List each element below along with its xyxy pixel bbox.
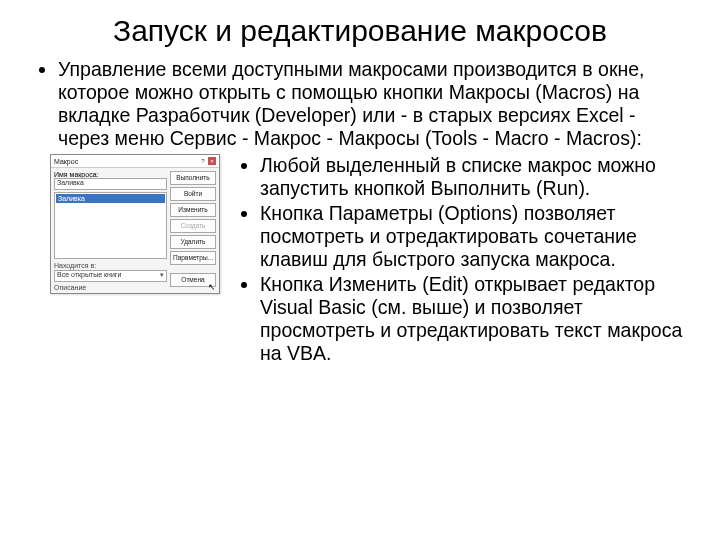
macro-name-input[interactable]: Заливка bbox=[54, 178, 167, 190]
run-button[interactable]: Выполнить bbox=[170, 171, 216, 185]
delete-button[interactable]: Удалить bbox=[170, 235, 216, 249]
details-list: Любой выделенный в списке макрос можно з… bbox=[234, 154, 690, 365]
close-icon[interactable]: × bbox=[208, 157, 216, 165]
list-item: Любой выделенный в списке макрос можно з… bbox=[260, 154, 690, 200]
description-label: Описание bbox=[54, 284, 167, 291]
location-select[interactable]: Все открытые книги bbox=[54, 270, 167, 282]
macro-dialog: Макрос ? × Имя макроса: Заливка Заливка … bbox=[50, 154, 220, 294]
step-button[interactable]: Войти bbox=[170, 187, 216, 201]
intro-item: Управление всеми доступными макросами пр… bbox=[58, 58, 690, 150]
edit-button[interactable]: Изменить bbox=[170, 203, 216, 217]
create-button: Создать bbox=[170, 219, 216, 233]
location-label: Находится в: bbox=[54, 262, 167, 269]
list-item[interactable]: Заливка bbox=[56, 194, 165, 203]
name-label: Имя макроса: bbox=[54, 171, 167, 178]
dialog-title-text: Макрос bbox=[54, 158, 198, 165]
page-title: Запуск и редактирование макросов bbox=[30, 14, 690, 48]
list-item: Кнопка Изменить (Edit) открывает редакто… bbox=[260, 273, 690, 365]
dialog-titlebar: Макрос ? × bbox=[51, 155, 219, 168]
help-icon[interactable]: ? bbox=[199, 157, 207, 165]
options-button[interactable]: Параметры... bbox=[170, 251, 216, 265]
intro-list: Управление всеми доступными макросами пр… bbox=[30, 58, 690, 150]
macro-list[interactable]: Заливка bbox=[54, 192, 167, 259]
list-item: Кнопка Параметры (Options) позволяет пос… bbox=[260, 202, 690, 271]
